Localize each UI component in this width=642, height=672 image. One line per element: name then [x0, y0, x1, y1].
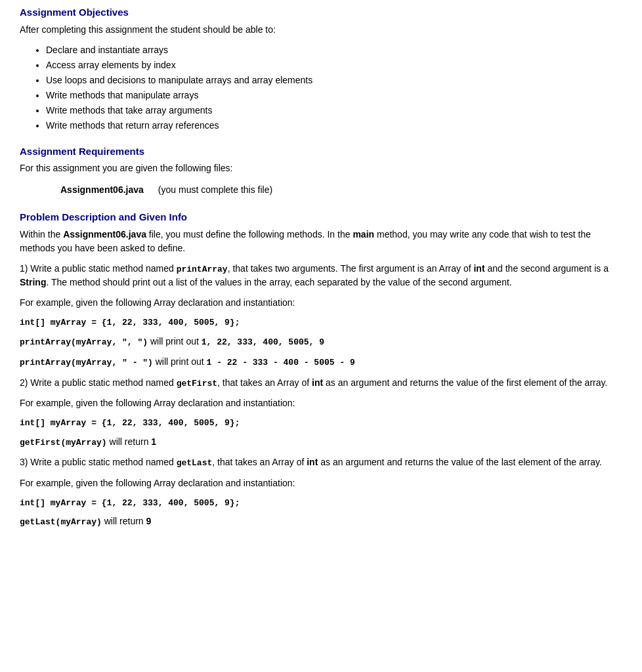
problem-intro-p1: Within the [20, 229, 63, 240]
task3-array-decl: int[] myArray = {1, 22, 333, 400, 5005, … [20, 497, 622, 510]
task3-call-result: 9 [146, 516, 152, 526]
task1-call2-desc: will print out [153, 356, 207, 367]
objectives-section: Assignment Objectives After completing t… [20, 5, 622, 133]
list-item: Declare and instantiate arrays [46, 43, 622, 57]
task1-desc2: and the second argument is a [485, 263, 609, 274]
task1-call1: printArray(myArray, ", ") will print out… [20, 335, 622, 349]
objectives-list: Declare and instantiate arrays Access ar… [46, 43, 622, 133]
task1-call2-code: printArray(myArray, " - ") [20, 358, 153, 368]
task2-call-code: getFirst(myArray) [20, 438, 107, 448]
task2-desc1: , that takes an Array of [217, 377, 312, 388]
problem-intro-p2: file, you must define the following meth… [146, 229, 353, 240]
task2-call-result: 1 [151, 436, 156, 447]
objectives-title: Assignment Objectives [20, 5, 622, 20]
task2-desc: 2) Write a public static method named ge… [20, 376, 622, 390]
task3-desc1: , that takes an Array of [212, 457, 307, 467]
task1-desc3: . The method should print out a list of … [46, 277, 511, 287]
task1-int: int [473, 263, 484, 274]
problem-intro: Within the Assignment06.java file, you m… [20, 228, 622, 255]
problem-section: Problem Description and Given Info Withi… [20, 210, 622, 529]
task1-desc: 1) Write a public static method named pr… [20, 262, 622, 290]
task3-call-code: getLast(myArray) [20, 517, 102, 527]
task1-call2: printArray(myArray, " - ") will print ou… [20, 355, 622, 369]
list-item: Access array elements by index [46, 58, 622, 72]
task3-call: getLast(myArray) will return 9 [20, 514, 622, 529]
requirements-table: Assignment06.java (you must complete thi… [59, 182, 287, 198]
task2-method: getFirst [177, 379, 217, 388]
requirements-intro: For this assignment you are given the fo… [20, 161, 622, 175]
list-item: Use loops and decisions to manipulate ar… [46, 74, 622, 87]
task3-method: getLast [177, 458, 213, 468]
problem-intro-bold1: Assignment06.java [63, 229, 146, 240]
task2-int: int [312, 377, 323, 388]
task3-example-intro: For example, given the following Array d… [20, 476, 622, 490]
task2-call: getFirst(myArray) will return 1 [20, 435, 622, 450]
task2-label: 2) Write a public static method named [20, 377, 177, 388]
task1-example-intro: For example, given the following Array d… [20, 296, 622, 310]
task1-desc1: , that takes two arguments. The first ar… [228, 263, 474, 274]
task1-call2-result: 1 - 22 - 333 - 400 - 5005 - 9 [207, 358, 355, 368]
list-item: Write methods that return array referenc… [46, 119, 622, 133]
list-item: Write methods that take array arguments [46, 104, 622, 117]
file-name: Assignment06.java [60, 183, 157, 197]
list-item: Write methods that manipulate arrays [46, 89, 622, 102]
task1-string: String [20, 277, 46, 287]
task3-label: 3) Write a public static method named [20, 457, 177, 467]
table-row: Assignment06.java (you must complete thi… [60, 183, 286, 197]
task1-method: printArray [177, 264, 228, 274]
file-note: (you must complete this file) [158, 183, 286, 197]
task1-array-decl: int[] myArray = {1, 22, 333, 400, 5005, … [20, 316, 622, 329]
task3-desc: 3) Write a public static method named ge… [20, 455, 622, 470]
task2-desc2: as an argument and returns the value of … [323, 377, 607, 388]
task2-example-intro: For example, given the following Array d… [20, 396, 622, 410]
task1-label: 1) Write a public static method named [20, 263, 177, 274]
problem-intro-bold2: main [353, 229, 374, 240]
requirements-section: Assignment Requirements For this assignm… [20, 144, 622, 199]
requirements-title: Assignment Requirements [20, 144, 622, 159]
task3-call-desc: will return [102, 516, 146, 526]
task1-call1-desc: will print out [148, 336, 202, 346]
task2-call-desc: will return [107, 436, 152, 447]
task3-int: int [307, 457, 318, 467]
task1-call1-result: 1, 22, 333, 400, 5005, 9 [202, 337, 324, 347]
problem-title: Problem Description and Given Info [20, 210, 622, 225]
objectives-intro: After completing this assignment the stu… [20, 23, 622, 37]
task2-array-decl: int[] myArray = {1, 22, 333, 400, 5005, … [20, 417, 622, 430]
task3-desc2: as an argument and returns the value of … [318, 457, 601, 467]
task1-call1-code: printArray(myArray, ", ") [20, 337, 148, 347]
